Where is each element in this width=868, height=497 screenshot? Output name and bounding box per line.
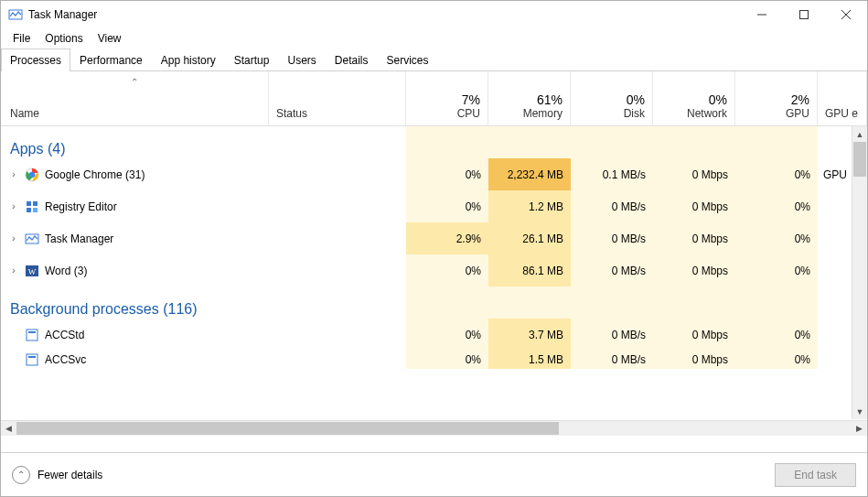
svg-rect-10 <box>33 208 38 212</box>
group-apps-label: Apps (4) <box>1 126 406 163</box>
svg-rect-2 <box>800 11 809 19</box>
scroll-thumb[interactable] <box>16 422 559 435</box>
chevron-up-icon: ⌃ <box>12 466 30 484</box>
col-gpu[interactable]: 2%GPU <box>735 71 818 125</box>
maximize-button[interactable] <box>783 1 825 28</box>
svg-text:W: W <box>28 267 37 276</box>
row-taskmgr[interactable]: › Task Manager 2.9% 26.1 MB 0 MB/s 0 Mbp… <box>1 222 851 254</box>
tabstrip: Processes Performance App history Startu… <box>1 49 867 71</box>
group-background: Background processes (116) <box>1 286 851 319</box>
expand-icon[interactable]: › <box>8 169 19 179</box>
menu-options[interactable]: Options <box>38 30 89 47</box>
process-name: Registry Editor <box>45 200 117 213</box>
minimize-button[interactable] <box>741 1 783 28</box>
vertical-scrollbar[interactable]: ▲ ▼ <box>852 126 867 419</box>
col-cpu[interactable]: 7%CPU <box>406 71 488 125</box>
menu-file[interactable]: File <box>6 30 37 47</box>
expand-icon[interactable]: › <box>8 201 19 211</box>
regedit-icon <box>25 200 39 214</box>
tab-performance[interactable]: Performance <box>70 49 152 71</box>
row-accsvc[interactable]: › ACCSvc 0% 1.5 MB 0 MB/s 0 Mbps 0% <box>1 351 851 369</box>
titlebar[interactable]: Task Manager <box>1 1 867 28</box>
group-apps: Apps (4) <box>1 126 851 158</box>
row-word[interactable]: › W Word (3) 0% 86.1 MB 0 MB/s 0 Mbps 0% <box>1 254 851 286</box>
process-name: Google Chrome (31) <box>45 168 145 181</box>
row-accstd[interactable]: › ACCStd 0% 3.7 MB 0 MB/s 0 Mbps 0% <box>1 319 851 351</box>
expand-icon[interactable]: › <box>8 233 19 243</box>
menu-view[interactable]: View <box>91 30 128 47</box>
svg-rect-15 <box>28 331 36 333</box>
sort-indicator-icon: ⌃ <box>131 77 138 87</box>
fewer-details-button[interactable]: ⌃ Fewer details <box>12 466 102 484</box>
tab-details[interactable]: Details <box>326 49 378 71</box>
generic-app-icon <box>25 328 39 342</box>
window-controls <box>741 1 867 28</box>
row-regedit[interactable]: › Registry Editor 0% 1.2 MB 0 MB/s 0 Mbp… <box>1 190 851 222</box>
svg-rect-14 <box>27 330 38 340</box>
col-status[interactable]: Status <box>269 71 406 125</box>
task-manager-icon <box>8 7 23 22</box>
process-table-area: ⌃ Name Status 7%CPU 61%Memory 0%Disk 0%N… <box>1 71 867 452</box>
col-name[interactable]: ⌃ Name <box>1 71 269 125</box>
row-chrome[interactable]: › Google Chrome (31) 0% 2,232.4 MB 0.1 M… <box>1 158 851 190</box>
window-title: Task Manager <box>28 8 741 21</box>
col-memory[interactable]: 61%Memory <box>488 71 571 125</box>
tab-users[interactable]: Users <box>278 49 325 71</box>
col-disk[interactable]: 0%Disk <box>571 71 653 125</box>
col-gpu-engine[interactable]: GPU e <box>818 71 867 125</box>
footer: ⌃ Fewer details End task <box>1 452 867 496</box>
generic-app-icon <box>25 352 39 367</box>
menubar: File Options View <box>1 28 867 49</box>
process-name: ACCStd <box>45 329 84 341</box>
word-icon: W <box>25 264 39 278</box>
svg-rect-9 <box>27 208 31 212</box>
horizontal-scrollbar[interactable]: ◀ ▶ <box>1 420 867 436</box>
expand-icon[interactable]: › <box>8 265 19 276</box>
group-background-label: Background processes (116) <box>1 286 406 323</box>
scroll-right-icon[interactable]: ▶ <box>852 421 867 436</box>
tab-processes[interactable]: Processes <box>1 49 70 71</box>
task-manager-window: Task Manager File Options View Processes… <box>0 0 868 497</box>
tab-apphistory[interactable]: App history <box>152 49 225 71</box>
tab-startup[interactable]: Startup <box>225 49 279 71</box>
end-task-button[interactable]: End task <box>775 463 856 487</box>
process-name: ACCSvc <box>45 353 86 366</box>
process-name: Task Manager <box>45 232 113 245</box>
scroll-thumb[interactable] <box>853 142 866 177</box>
svg-rect-17 <box>28 356 36 358</box>
table-body: Apps (4) › Google Chrome (31) 0% <box>1 126 851 436</box>
scroll-down-icon[interactable]: ▼ <box>852 404 867 419</box>
table-header: ⌃ Name Status 7%CPU 61%Memory 0%Disk 0%N… <box>1 71 867 126</box>
svg-rect-7 <box>27 201 31 206</box>
chrome-icon <box>25 167 39 182</box>
task-manager-icon <box>25 232 39 246</box>
svg-rect-8 <box>33 201 38 206</box>
process-name: Word (3) <box>45 265 87 277</box>
col-network[interactable]: 0%Network <box>653 71 735 125</box>
scroll-up-icon[interactable]: ▲ <box>852 126 867 142</box>
scroll-left-icon[interactable]: ◀ <box>1 421 16 436</box>
close-button[interactable] <box>825 1 867 28</box>
tab-services[interactable]: Services <box>378 49 438 71</box>
svg-rect-16 <box>27 354 38 365</box>
